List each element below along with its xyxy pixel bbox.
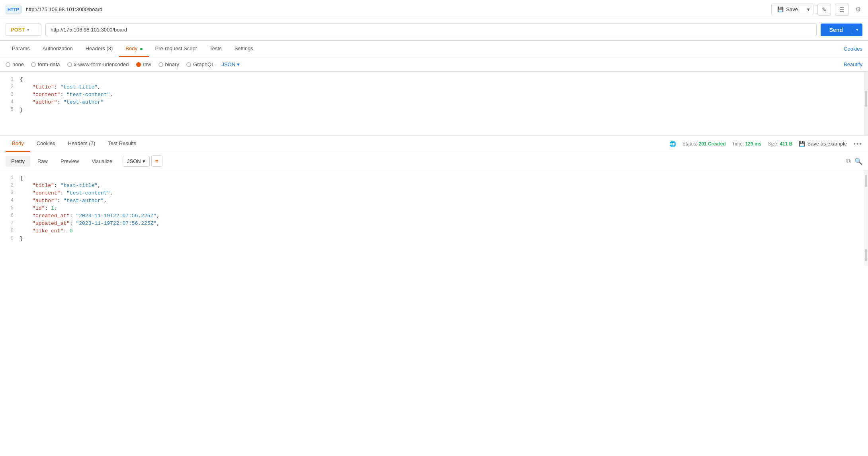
option-graphql[interactable]: GraphQL: [186, 61, 214, 67]
save-example-button[interactable]: 💾 Save as example: [799, 141, 847, 147]
response-format-select[interactable]: JSON ▾: [123, 156, 150, 167]
format-json-label: JSON: [127, 158, 141, 164]
copy-response-button[interactable]: ⧉: [846, 157, 850, 165]
resp-line-8: 8 "like_cnt": 0: [0, 227, 868, 235]
tab-headers[interactable]: Headers (8): [79, 41, 119, 57]
response-body-editor[interactable]: 1 { 2 "title": "test-title", 3 "content"…: [0, 170, 868, 266]
tab-settings[interactable]: Settings: [228, 41, 260, 57]
more-options-button[interactable]: •••: [853, 140, 862, 147]
response-tab-test-results[interactable]: Test Results: [102, 136, 143, 152]
req-line-1: 1 {: [0, 76, 868, 83]
url-bar: HTTP http://175.106.98.101:3000/board 💾 …: [0, 0, 868, 19]
save-dropdown-button[interactable]: ▾: [804, 4, 813, 15]
radio-binary: [158, 62, 163, 67]
wrap-icon: ≡: [155, 158, 158, 164]
request-scroll-thumb: [865, 91, 867, 107]
response-tab-body[interactable]: Body: [6, 136, 30, 152]
resp-line-7: 7 "updated_at": "2023-11-19T22:07:56.225…: [0, 220, 868, 227]
save-icon: 💾: [799, 141, 805, 147]
save-disk-icon: 💾: [777, 6, 784, 12]
resp-line-6: 6 "created_at": "2023-11-19T22:07:56.225…: [0, 212, 868, 220]
option-none[interactable]: none: [6, 61, 24, 67]
send-dropdown-button[interactable]: ▾: [852, 24, 862, 35]
url-input[interactable]: [45, 23, 817, 36]
response-status-bar: 🌐 Status: 201 Created Time: 129 ms Size:…: [669, 140, 862, 147]
save-button-group: 💾 Save ▾: [771, 4, 813, 15]
option-raw[interactable]: raw: [136, 61, 151, 67]
req-line-4: 4 "author": "test-author": [0, 98, 868, 106]
response-format-bar: Pretty Raw Preview Visualize JSON ▾ ≡ ⧉ …: [0, 152, 868, 170]
radio-none: [6, 62, 10, 67]
tab-authorization[interactable]: Authorization: [36, 41, 79, 57]
response-section: Body Cookies Headers (7) Test Results 🌐 …: [0, 136, 868, 266]
response-tabs-bar: Body Cookies Headers (7) Test Results 🌐 …: [0, 136, 868, 152]
format-tab-visualize[interactable]: Visualize: [86, 156, 118, 167]
cookies-link[interactable]: Cookies: [844, 41, 862, 57]
format-tab-preview[interactable]: Preview: [55, 156, 84, 167]
response-scrollbar[interactable]: [864, 170, 868, 266]
response-tab-cookies[interactable]: Cookies: [30, 136, 62, 152]
size-value: 411 B: [780, 141, 792, 147]
req-line-3: 3 "content": "test-content",: [0, 91, 868, 98]
req-line-2: 2 "title": "test-title",: [0, 83, 868, 91]
resp-line-5: 5 "id": 1,: [0, 204, 868, 212]
request-tabs-bar: Params Authorization Headers (8) Body Pr…: [0, 41, 868, 57]
comment-icon-button[interactable]: ☰: [835, 4, 849, 16]
time-label: Time: 129 ms: [732, 141, 762, 147]
resp-line-1: 1 {: [0, 174, 868, 182]
edit-icon-button[interactable]: ✎: [817, 4, 831, 16]
comment-icon: ☰: [839, 6, 845, 13]
settings-icon: ⚙: [855, 6, 861, 13]
tab-pre-request[interactable]: Pre-request Script: [149, 41, 203, 57]
request-body-editor[interactable]: 1 { 2 "title": "test-title", 3 "content"…: [0, 72, 868, 136]
response-icons: ⧉ 🔍: [846, 157, 862, 165]
option-form-data[interactable]: form-data: [31, 61, 60, 67]
beautify-button[interactable]: Beautify: [844, 61, 862, 67]
edit-icon: ✎: [822, 6, 827, 13]
format-tab-pretty[interactable]: Pretty: [6, 156, 30, 167]
tab-body[interactable]: Body: [119, 41, 149, 57]
request-bar: POST ▾ Send ▾: [0, 19, 868, 41]
send-button-group: Send ▾: [821, 24, 862, 36]
method-chevron-icon: ▾: [27, 28, 29, 32]
size-label: Size: 411 B: [768, 141, 792, 147]
req-line-5: 5 }: [0, 106, 868, 114]
method-select[interactable]: POST ▾: [6, 24, 41, 36]
option-binary[interactable]: binary: [158, 61, 179, 67]
resp-line-3: 3 "content": "test-content",: [0, 189, 868, 197]
search-response-button[interactable]: 🔍: [854, 157, 862, 165]
json-format-select[interactable]: JSON ▾: [221, 61, 240, 67]
resp-line-9: 9 }: [0, 235, 868, 242]
resp-line-4: 4 "author": "test-author",: [0, 197, 868, 204]
response-scroll-thumb-bottom: [865, 249, 867, 261]
time-value: 129 ms: [745, 141, 762, 147]
url-display: http://175.106.98.101:3000/board: [26, 6, 768, 12]
request-scrollbar[interactable]: [864, 72, 868, 135]
send-button[interactable]: Send: [821, 24, 852, 36]
http-badge: HTTP: [5, 6, 22, 14]
globe-icon: 🌐: [669, 141, 676, 147]
radio-form-data: [31, 62, 36, 67]
response-tab-headers[interactable]: Headers (7): [62, 136, 102, 152]
save-label: Save: [786, 6, 798, 12]
format-chevron-icon: ▾: [143, 158, 145, 164]
json-label: JSON: [221, 61, 235, 67]
option-urlencoded[interactable]: x-www-form-urlencoded: [67, 61, 129, 67]
body-options-bar: none form-data x-www-form-urlencoded raw…: [0, 57, 868, 72]
response-scroll-thumb-top: [865, 175, 867, 187]
resp-line-2: 2 "title": "test-title",: [0, 182, 868, 189]
status-value: 201 Created: [699, 141, 726, 147]
wrap-lines-button[interactable]: ≡: [151, 155, 162, 167]
radio-raw: [136, 62, 141, 67]
settings-icon-button[interactable]: ⚙: [853, 3, 863, 16]
radio-graphql: [186, 62, 191, 67]
radio-urlencoded: [67, 62, 72, 67]
tab-tests[interactable]: Tests: [203, 41, 228, 57]
format-tab-raw[interactable]: Raw: [32, 156, 53, 167]
save-example-label: Save as example: [807, 141, 847, 147]
method-label: POST: [11, 27, 25, 33]
tab-params[interactable]: Params: [6, 41, 36, 57]
json-chevron-icon: ▾: [237, 61, 240, 67]
status-label: Status: 201 Created: [682, 141, 726, 147]
save-button[interactable]: 💾 Save: [772, 4, 803, 15]
